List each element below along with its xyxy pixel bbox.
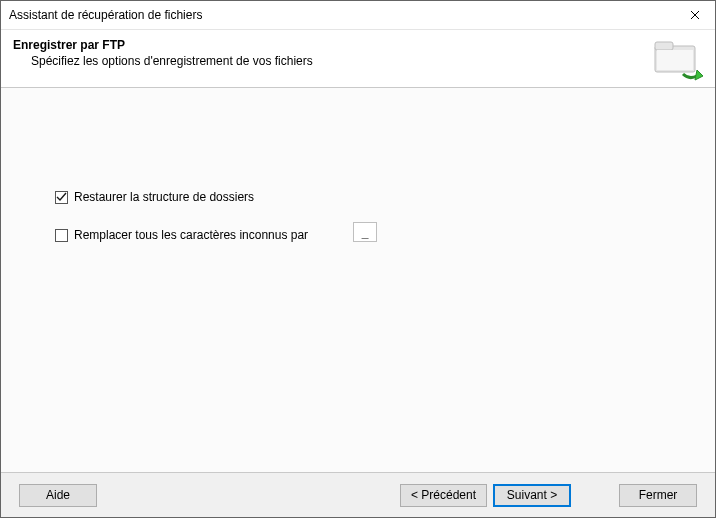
ftp-folder-icon [653,34,709,82]
wizard-content: Restaurer la structure de dossiers Rempl… [1,88,715,472]
close-button[interactable]: Fermer [619,484,697,507]
restore-structure-label: Restaurer la structure de dossiers [74,190,254,204]
close-icon [690,7,700,23]
option-replace-unknown: Remplacer tous les caractères inconnus p… [55,228,308,242]
svg-rect-1 [655,42,673,50]
window-title: Assistant de récupération de fichiers [9,8,202,22]
titlebar: Assistant de récupération de fichiers [1,1,715,30]
back-button[interactable]: < Précédent [400,484,487,507]
header-subheading: Spécifiez les options d'enregistrement d… [13,54,703,68]
wizard-button-bar: Aide < Précédent Suivant > Fermer [1,473,715,517]
window-close-button[interactable] [675,1,715,29]
replace-unknown-label: Remplacer tous les caractères inconnus p… [74,228,308,242]
svg-rect-2 [657,50,693,70]
option-restore-structure: Restaurer la structure de dossiers [55,190,254,204]
checkmark-icon [56,192,67,203]
help-button[interactable]: Aide [19,484,97,507]
header-heading: Enregistrer par FTP [13,38,703,52]
wizard-window: Assistant de récupération de fichiers En… [0,0,716,518]
wizard-header: Enregistrer par FTP Spécifiez les option… [1,30,715,88]
replace-unknown-checkbox[interactable] [55,229,68,242]
next-button[interactable]: Suivant > [493,484,571,507]
restore-structure-checkbox[interactable] [55,191,68,204]
replacement-char-input[interactable] [353,222,377,242]
